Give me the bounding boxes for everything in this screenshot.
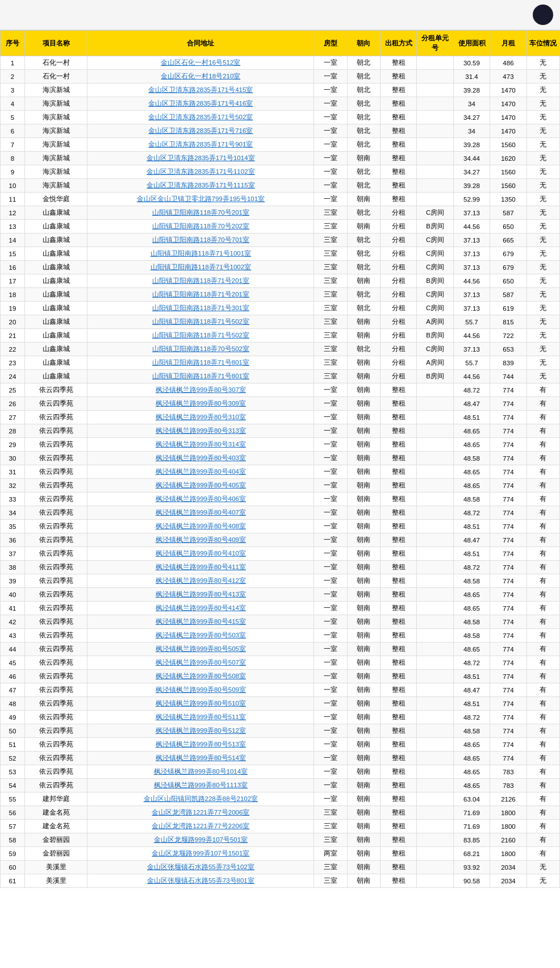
header-addr: 合同地址 — [87, 31, 314, 56]
table-cell: 整租 — [380, 711, 416, 724]
table-cell: 整租 — [380, 724, 416, 738]
table-row: 14山鑫康城山阳镇卫阳南路118弄70号701室三室朝北分租C房间37.1366… — [1, 233, 560, 247]
table-cell: 三室 — [314, 370, 347, 383]
table-row: 43依云四季苑枫泾镇枫兰路999弄80号503室一室朝南整租48.58774有 — [1, 629, 560, 642]
table-cell: 整租 — [380, 806, 416, 820]
table-row: 9海滨新城金山区卫清东路2835弄171号1102室一室朝北整租34.27156… — [1, 165, 560, 179]
table-cell: 金山区石化一村16号512室 — [87, 56, 314, 70]
table-cell: 34 — [1, 506, 25, 520]
table-cell — [417, 424, 453, 438]
table-row: 36依云四季苑枫泾镇枫兰路999弄80号409室一室朝南整租48.47774有 — [1, 533, 560, 547]
table-row: 5海滨新城金山区卫清东路2835弄171号502室一室朝北整租34.271470… — [1, 111, 560, 124]
table-cell: 海滨新城 — [24, 165, 87, 179]
table-cell: 金山区金山卫镇卫零北路799弄195号101室 — [87, 193, 314, 206]
table-cell: 37.13 — [453, 233, 490, 247]
table-cell: 774 — [490, 588, 526, 602]
table-cell — [417, 383, 453, 397]
table-cell: 一室 — [314, 765, 347, 779]
table-cell: 有 — [526, 383, 559, 397]
table-cell: 金悦华庭 — [24, 193, 87, 206]
table-cell: 无 — [526, 247, 559, 261]
table-cell: 有 — [526, 520, 559, 533]
table-cell: 海滨新城 — [24, 138, 87, 152]
table-cell: 774 — [490, 670, 526, 683]
table-cell: 枫泾镇枫兰路999弄80号310室 — [87, 411, 314, 424]
table-cell: 一室 — [314, 383, 347, 397]
table-cell: 建金名苑 — [24, 820, 87, 833]
table-cell: 枫泾镇枫兰路999弄80号513室 — [87, 738, 314, 752]
table-cell: 无 — [526, 343, 559, 356]
table-cell: 无 — [526, 288, 559, 302]
table-cell: 44.56 — [453, 274, 490, 288]
table-cell: 三室 — [314, 833, 347, 847]
table-cell: 山鑫康城 — [24, 329, 87, 343]
header-proj: 项目名称 — [24, 31, 87, 56]
table-cell: 37.13 — [453, 247, 490, 261]
table-cell: 2034 — [490, 861, 526, 874]
table-cell: 48.65 — [453, 438, 490, 452]
header-fdan: 分租单元号 — [417, 31, 453, 56]
table-cell: 774 — [490, 397, 526, 411]
table-cell: 15 — [1, 247, 25, 261]
table-cell: 2 — [1, 70, 25, 84]
table-cell: 朝南 — [347, 329, 380, 343]
table-cell: 61 — [1, 874, 25, 888]
table-cell — [417, 711, 453, 724]
table-cell: 有 — [526, 452, 559, 465]
table-cell: 2126 — [490, 792, 526, 806]
table-cell: 整租 — [380, 479, 416, 493]
table-cell: 金山区卫清东路2835弄171号415室 — [87, 84, 314, 97]
table-cell: 有 — [526, 806, 559, 820]
table-cell: 整租 — [380, 574, 416, 588]
table-cell: B房间 — [417, 370, 453, 383]
table-cell: 朝北 — [347, 343, 380, 356]
table-cell: 93.92 — [453, 861, 490, 874]
table-cell: 无 — [526, 152, 559, 165]
table-cell: 774 — [490, 547, 526, 561]
table-row: 42依云四季苑枫泾镇枫兰路999弄80号415室一室朝南整租48.58774有 — [1, 615, 560, 629]
table-cell: 三室 — [314, 206, 347, 220]
table-cell: 48.65 — [453, 642, 490, 656]
table-cell: 无 — [526, 874, 559, 888]
table-cell: 无 — [526, 165, 559, 179]
table-row: 46依云四季苑枫泾镇枫兰路999弄80号508室一室朝南整租48.51774有 — [1, 670, 560, 683]
table-cell: 朝南 — [347, 629, 380, 642]
table-cell: 依云四季苑 — [24, 602, 87, 615]
table-row: 44依云四季苑枫泾镇枫兰路999弄80号505室一室朝南整租48.65774有 — [1, 642, 560, 656]
table-cell: 90.58 — [453, 874, 490, 888]
table-cell: 依云四季苑 — [24, 697, 87, 711]
table-cell: 朝北 — [347, 165, 380, 179]
table-cell: 整租 — [380, 152, 416, 165]
table-cell: 783 — [490, 779, 526, 792]
table-row: 27依云四季苑枫泾镇枫兰路999弄80号310室一室朝南整租48.51774有 — [1, 411, 560, 424]
table-cell: 无 — [526, 861, 559, 874]
table-cell: 枫泾镇枫兰路999弄80号514室 — [87, 752, 314, 765]
table-cell — [417, 574, 453, 588]
table-cell — [417, 179, 453, 193]
table-cell: 有 — [526, 792, 559, 806]
table-cell: 有 — [526, 561, 559, 574]
table-cell: 朝北 — [347, 70, 380, 84]
table-cell: 朝南 — [347, 752, 380, 765]
table-cell: 48.72 — [453, 383, 490, 397]
table-cell: 朝南 — [347, 724, 380, 738]
table-cell: 朝南 — [347, 588, 380, 602]
table-row: 20山鑫康城山阳镇卫阳南路118弄71号502室三室朝南分租A房间55.7815… — [1, 315, 560, 329]
data-table: 序号 项目名称 合同地址 房型 朝向 出租方式 分租单元号 使用面积 月租 车位… — [0, 30, 560, 888]
table-cell: 无 — [526, 356, 559, 370]
table-cell: 653 — [490, 343, 526, 356]
table-row: 61美溪里金山区张堰镇石水路55弄73号801室三室朝南整租90.582034无 — [1, 874, 560, 888]
table-cell: 整租 — [380, 656, 416, 670]
table-cell: 43 — [1, 629, 25, 642]
table-cell: 两室 — [314, 847, 347, 861]
table-cell: 朝南 — [347, 533, 380, 547]
table-cell: 分租 — [380, 261, 416, 274]
table-cell: 587 — [490, 206, 526, 220]
table-cell: 6 — [1, 124, 25, 138]
table-cell: 整租 — [380, 683, 416, 697]
table-cell: 473 — [490, 70, 526, 84]
table-row: 13山鑫康城山阳镇卫阳南路118弄70号202室三室朝南分租B房间44.5665… — [1, 220, 560, 233]
table-cell: 朝北 — [347, 124, 380, 138]
table-cell: 1 — [1, 56, 25, 70]
table-cell: 依云四季苑 — [24, 397, 87, 411]
